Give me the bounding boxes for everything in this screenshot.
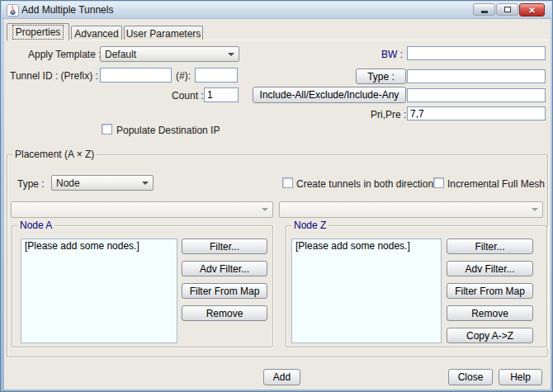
node-z-selector-combo[interactable] — [279, 201, 543, 218]
node-a-list-placeholder: [Please add some nodes.] — [25, 240, 139, 252]
incremental-full-mesh-checkbox[interactable] — [433, 177, 444, 188]
node-z-adv-filter-button[interactable]: Adv Filter... — [447, 261, 533, 276]
node-a-list[interactable]: [Please add some nodes.] — [21, 239, 177, 343]
minimize-icon — [481, 11, 488, 13]
help-button-label: Help — [510, 371, 531, 383]
placement-type-value: Node — [56, 177, 139, 189]
tab-user-parameters-label: User Parameters — [126, 28, 201, 40]
tunnel-hash-field[interactable] — [195, 68, 238, 83]
populate-destination-ip-checkbox[interactable] — [102, 124, 112, 135]
node-z-list[interactable]: [Please add some nodes.] — [291, 239, 442, 343]
node-z-filter-button[interactable]: Filter... — [447, 239, 533, 254]
node-z-remove-button[interactable]: Remove — [447, 305, 533, 321]
apply-template-combo[interactable]: Default — [100, 46, 239, 62]
tab-properties-label: Properties — [13, 26, 64, 39]
placement-type-combo[interactable]: Node — [51, 175, 154, 191]
chevron-down-icon — [532, 208, 538, 211]
pri-pre-label: Pri,Pre : — [371, 109, 406, 120]
node-z-list-placeholder: [Please add some nodes.] — [295, 240, 410, 252]
type-button[interactable]: Type : — [356, 68, 406, 84]
chevron-down-icon — [142, 182, 149, 185]
type-button-label: Type : — [367, 71, 395, 83]
java-icon — [7, 4, 19, 19]
include-exclude-button-label: Include-All/Exclude/Include-Any — [260, 89, 399, 101]
tab-advanced[interactable]: Advanced — [71, 26, 122, 40]
apply-template-label: Apply Template : — [28, 49, 102, 60]
chevron-down-icon — [228, 53, 234, 56]
tunnel-id-prefix-label: Tunnel ID : (Prefix) : — [10, 70, 98, 82]
close-button[interactable]: ✕ — [519, 3, 545, 17]
include-exclude-button[interactable]: Include-All/Exclude/Include-Any — [253, 87, 406, 103]
populate-destination-ip-label: Populate Destination IP — [116, 125, 220, 136]
add-button-label: Add — [273, 371, 291, 383]
maximize-icon — [504, 7, 511, 12]
title-bar[interactable]: Add Multiple Tunnels — [2, 2, 551, 19]
tab-properties[interactable]: Properties — [7, 23, 69, 40]
node-a-selector-combo[interactable] — [11, 201, 273, 218]
help-button[interactable]: Help — [499, 369, 542, 385]
node-a-group-title: Node A — [17, 220, 54, 231]
pri-pre-field[interactable] — [407, 106, 546, 120]
node-a-filter-from-map-button[interactable]: Filter From Map — [182, 283, 267, 299]
bw-label: BW : — [381, 49, 403, 60]
count-field[interactable] — [204, 87, 239, 102]
node-z-group-title: Node Z — [291, 220, 328, 231]
node-a-adv-filter-button[interactable]: Adv Filter... — [182, 261, 267, 276]
node-a-filter-button[interactable]: Filter... — [182, 239, 267, 254]
type-field[interactable] — [407, 69, 546, 83]
close-dialog-button[interactable]: Close — [448, 369, 493, 385]
bw-field[interactable] — [407, 46, 546, 60]
incremental-full-mesh-label: Incremental Full Mesh — [447, 178, 545, 190]
tunnel-hash-label: (#): — [176, 70, 191, 82]
node-z-copy-a-to-z-button[interactable]: Copy A->Z — [447, 328, 533, 343]
maximize-button[interactable] — [496, 3, 518, 16]
create-both-directions-checkbox[interactable] — [282, 177, 293, 188]
node-a-remove-button[interactable]: Remove — [182, 305, 267, 321]
add-button[interactable]: Add — [263, 369, 300, 385]
minimize-button[interactable] — [473, 3, 495, 16]
count-label: Count : — [172, 90, 204, 102]
close-button-label: Close — [458, 371, 484, 383]
node-z-filter-from-map-button[interactable]: Filter From Map — [447, 283, 533, 299]
window-title: Add Multiple Tunnels — [21, 4, 113, 16]
close-icon: ✕ — [528, 6, 535, 15]
chevron-down-icon — [262, 208, 268, 211]
tunnel-prefix-field[interactable] — [100, 68, 172, 83]
tab-user-parameters[interactable]: User Parameters — [124, 26, 203, 40]
placement-group-title: Placement (A × Z) — [12, 149, 97, 160]
include-exclude-field[interactable] — [407, 88, 546, 102]
tab-advanced-label: Advanced — [74, 28, 118, 40]
apply-template-value: Default — [105, 49, 225, 60]
create-both-directions-label: Create tunnels in both directions — [296, 178, 438, 190]
placement-type-label: Type : — [17, 178, 45, 190]
add-multiple-tunnels-dialog: Add Multiple Tunnels ✕ Properties Advanc… — [0, 0, 553, 392]
